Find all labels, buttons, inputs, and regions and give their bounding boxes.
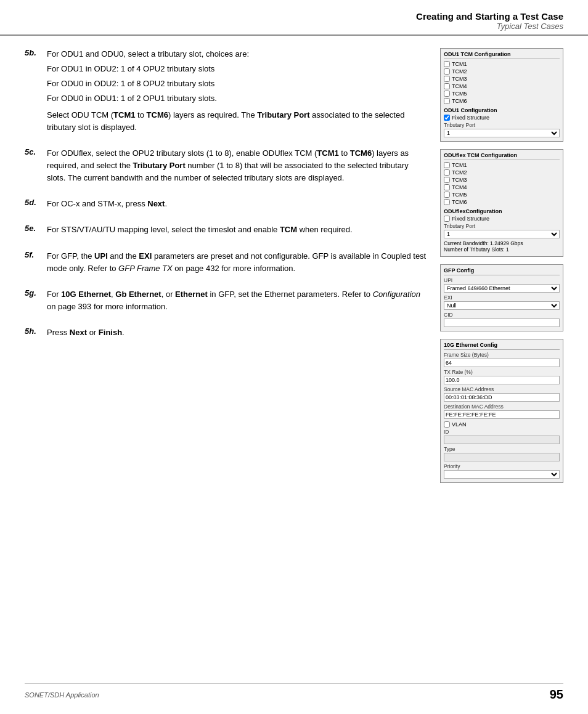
step-5g-label: 5g. — [25, 288, 42, 315]
dst-mac-label: Destination MAC Address — [444, 404, 560, 410]
oduflex-tcm2-label: TCM2 — [452, 169, 467, 176]
oduflex-tributary-port-select[interactable]: 1 — [444, 230, 560, 238]
src-mac-input[interactable] — [444, 393, 560, 402]
oduflex-fixed-structure-row: Fixed Structure — [444, 216, 560, 222]
tcm3-row: TCM3 — [444, 76, 560, 82]
header-main-title: Creating and Starting a Test Case — [25, 11, 563, 22]
oduflex-tcm5-checkbox[interactable] — [444, 192, 450, 198]
step-5c-body: For ODUflex, select the OPU2 tributary s… — [47, 147, 428, 187]
oduflex-tcm1-checkbox[interactable] — [444, 162, 450, 168]
tx-rate-label: TX Rate (%) — [444, 369, 560, 375]
type-input[interactable] — [444, 453, 560, 461]
step-5e: 5e. For STS/VT/AU/TU mapping level, sele… — [25, 224, 428, 238]
oduflex-fixed-structure-label: Fixed Structure — [452, 216, 489, 222]
tcm1-checkbox[interactable] — [444, 61, 450, 67]
step-5h-label: 5h. — [25, 327, 42, 341]
cid-label: CID — [444, 312, 560, 318]
oduflex-tcm1-row: TCM1 — [444, 162, 560, 168]
odu1-tcm-title: ODU1 TCM Configuration — [444, 51, 560, 59]
oduflex-config-section: ODUflexConfiguration — [444, 208, 560, 214]
tcm2-label: TCM2 — [452, 68, 467, 75]
priority-select[interactable] — [444, 470, 560, 479]
oduflex-tributary-port-label: Tributary Port — [444, 223, 560, 229]
fixed-structure-row: Fixed Structure — [444, 115, 560, 121]
vlan-checkbox[interactable] — [444, 421, 450, 428]
tcm5-label: TCM5 — [452, 91, 467, 97]
oduflex-tcm4-checkbox[interactable] — [444, 184, 450, 190]
dst-mac-input[interactable] — [444, 410, 560, 419]
src-mac-label: Source MAC Address — [444, 386, 560, 392]
oduflex-tcm3-checkbox[interactable] — [444, 177, 450, 183]
text-column: 5b. For ODU1 and ODU0, select a tributar… — [25, 48, 428, 483]
step-5b-label: 5b. — [25, 48, 42, 136]
step-5f-label: 5f. — [25, 250, 42, 277]
page-header: Creating and Starting a Test Case Typica… — [0, 0, 588, 36]
frame-size-input[interactable] — [444, 359, 560, 367]
step-5g-body: For 10G Ethernet, Gb Ethernet, or Ethern… — [47, 288, 428, 315]
oduflex-tcm6-row: TCM6 — [444, 199, 560, 205]
exi-label: EXI — [444, 294, 560, 301]
step-5c-label: 5c. — [25, 147, 42, 187]
tcm6-row: TCM6 — [444, 98, 560, 104]
step-5h: 5h. Press Next or Finish. — [25, 327, 428, 341]
tcm5-checkbox[interactable] — [444, 91, 450, 97]
exi-select[interactable]: Null — [444, 301, 560, 310]
gfp-config-title: GFP Config — [444, 267, 560, 275]
tcm4-checkbox[interactable] — [444, 83, 450, 89]
oduflex-tcm2-row: TCM2 — [444, 169, 560, 176]
vlan-row: VLAN — [444, 421, 560, 428]
oduflex-tcm3-row: TCM3 — [444, 177, 560, 183]
fixed-structure-label: Fixed Structure — [452, 115, 489, 121]
eth10g-config-title: 10G Ethernet Config — [444, 342, 560, 350]
upi-label: UPI — [444, 277, 560, 283]
upi-select[interactable]: Framed 649/660 Ethernet — [444, 284, 560, 293]
slots-info: Number of Tributary Slots: 1 — [444, 246, 560, 253]
tcm4-row: TCM4 — [444, 83, 560, 89]
tcm3-checkbox[interactable] — [444, 76, 450, 82]
type-label: Type — [444, 446, 560, 452]
tributary-port-label: Tributary Port — [444, 122, 560, 128]
step-5f-body: For GFP, the UPI and the EXI parameters … — [47, 250, 428, 277]
id-input[interactable] — [444, 436, 560, 444]
oduflex-tcm6-checkbox[interactable] — [444, 199, 450, 205]
step-5d-label: 5d. — [25, 198, 42, 213]
tcm2-row: TCM2 — [444, 68, 560, 75]
id-label: ID — [444, 429, 560, 435]
oduflex-tcm5-row: TCM5 — [444, 192, 560, 198]
footer-left: SONET/SDH Application — [25, 691, 99, 699]
odu1-tcm-panel: ODU1 TCM Configuration TCM1 TCM2 TCM3 TC… — [440, 48, 563, 142]
oduflex-tcm2-checkbox[interactable] — [444, 169, 450, 176]
tcm1-row: TCM1 — [444, 61, 560, 67]
step-5c: 5c. For ODUflex, select the OPU2 tributa… — [25, 147, 428, 187]
step-5h-body: Press Next or Finish. — [47, 327, 125, 341]
tcm1-label: TCM1 — [452, 61, 467, 67]
priority-label: Priority — [444, 463, 560, 469]
oduflex-tcm-title: ODUflex TCM Configuration — [444, 152, 560, 160]
step-5d: 5d. For OC-x and STM-x, press Next. — [25, 198, 428, 213]
step-5f: 5f. For GFP, the UPI and the EXI paramet… — [25, 250, 428, 277]
step-5e-body: For STS/VT/AU/TU mapping level, select t… — [47, 224, 353, 238]
oduflex-tcm4-label: TCM4 — [452, 184, 467, 190]
step-5b-body: For ODU1 and ODU0, select a tributary sl… — [47, 48, 428, 136]
oduflex-fixed-structure-checkbox[interactable] — [444, 216, 450, 222]
gfp-config-panel: GFP Config UPI Framed 649/660 Ethernet E… — [440, 264, 563, 331]
oduflex-tcm5-label: TCM5 — [452, 192, 467, 198]
bandwidth-info: Current Bandwidth: 1.24929 Gbps — [444, 240, 560, 246]
step-5g: 5g. For 10G Ethernet, Gb Ethernet, or Et… — [25, 288, 428, 315]
oduflex-tcm1-label: TCM1 — [452, 162, 467, 168]
oduflex-tcm6-label: TCM6 — [452, 199, 467, 205]
tx-rate-input[interactable] — [444, 376, 560, 384]
fixed-structure-checkbox[interactable] — [444, 115, 450, 121]
header-sub-title: Typical Test Cases — [25, 22, 563, 31]
step-5d-body: For OC-x and STM-x, press Next. — [47, 198, 167, 213]
tcm6-label: TCM6 — [452, 98, 467, 104]
tcm3-label: TCM3 — [452, 76, 467, 82]
tcm5-row: TCM5 — [444, 91, 560, 97]
cid-input[interactable] — [444, 318, 560, 327]
footer-right: 95 — [550, 688, 563, 702]
oduflex-tcm4-row: TCM4 — [444, 184, 560, 190]
tcm6-checkbox[interactable] — [444, 98, 450, 104]
tributary-port-select[interactable]: 1 — [444, 129, 560, 137]
tcm2-checkbox[interactable] — [444, 68, 450, 75]
odu1-config-section: ODU1 Configuration — [444, 107, 560, 113]
